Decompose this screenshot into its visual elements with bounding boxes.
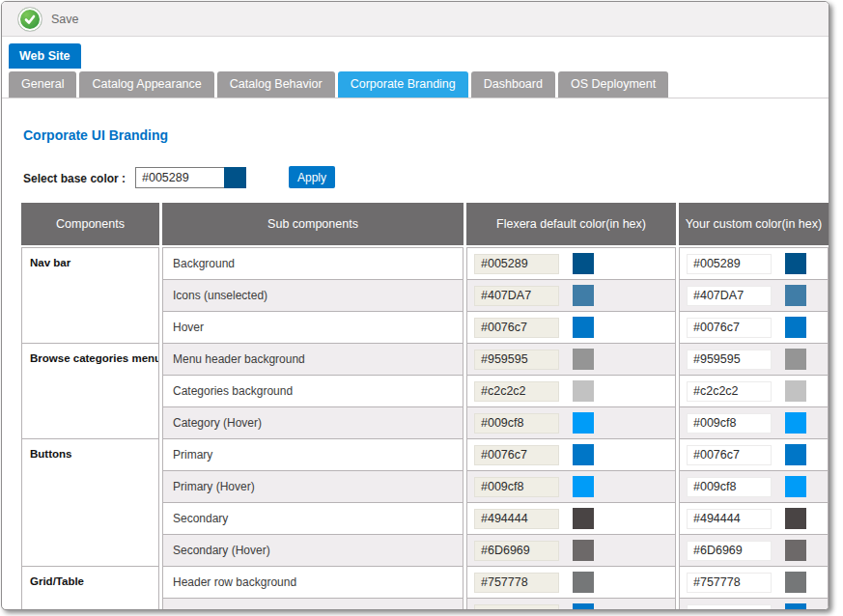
sub-component-label: Category (Hover) [163, 416, 262, 430]
custom-color-cell [679, 375, 829, 407]
save-label: Save [51, 13, 79, 26]
sub-component-cell: Secondary [162, 502, 464, 535]
default-color-cell [466, 406, 676, 439]
tab-strip: GeneralCatalog AppearanceCatalog Behavio… [2, 70, 829, 98]
default-color-swatch[interactable] [573, 572, 594, 593]
custom-color-swatch[interactable] [785, 285, 806, 306]
sub-component-cell: Hover [162, 311, 464, 344]
custom-color-swatch[interactable] [785, 444, 806, 465]
default-hex-input[interactable] [474, 350, 559, 370]
default-color-cell [466, 566, 676, 599]
default-hex-input[interactable] [474, 254, 559, 274]
custom-hex-input[interactable] [687, 350, 772, 370]
custom-color-swatch[interactable] [785, 572, 806, 593]
tab-web-site[interactable]: Web Site [9, 43, 81, 69]
default-hex-input[interactable] [474, 381, 559, 402]
default-color-cell [466, 502, 676, 535]
custom-color-cell [679, 534, 829, 567]
default-color-cell [466, 311, 676, 344]
component-cell: Grid/Table [21, 566, 159, 610]
branding-table: ComponentsNav barBrowse categories menuB… [21, 203, 829, 610]
custom-color-swatch[interactable] [785, 317, 806, 338]
default-color-cell [466, 470, 676, 503]
tab-general[interactable]: General [9, 71, 76, 98]
custom-hex-input[interactable] [687, 509, 772, 529]
custom-hex-input[interactable] [687, 604, 772, 611]
sub-component-label: Categories background [163, 384, 293, 398]
default-color-cell [466, 247, 676, 280]
page-title: Corporate UI Branding [23, 127, 168, 143]
default-color-swatch[interactable] [573, 412, 594, 434]
custom-color-swatch[interactable] [785, 476, 806, 497]
default-hex-input[interactable] [474, 509, 559, 529]
default-color-cell [466, 598, 676, 610]
toolbar: Save [2, 2, 829, 37]
default-hex-input[interactable] [474, 573, 559, 593]
default-color-swatch[interactable] [573, 540, 594, 561]
custom-color-cell [679, 279, 829, 312]
default-color-cell [466, 343, 676, 376]
tab-corporate-branding[interactable]: Corporate Branding [338, 71, 468, 98]
sub-component-label: Primary (Hover) [163, 480, 255, 493]
custom-hex-input[interactable] [687, 541, 772, 561]
custom-hex-input[interactable] [687, 318, 772, 338]
custom-color-swatch[interactable] [785, 603, 806, 610]
default-hex-input[interactable] [474, 604, 559, 611]
component-cell: Browse categories menu [21, 343, 159, 439]
custom-color-swatch[interactable] [785, 540, 806, 561]
custom-color-swatch[interactable] [785, 380, 806, 402]
sub-component-cell: Primary [162, 438, 464, 471]
default-color-swatch[interactable] [573, 349, 594, 370]
base-color-label: Select base color : [23, 172, 126, 185]
default-color-swatch[interactable] [573, 508, 594, 529]
default-color-swatch[interactable] [573, 317, 594, 338]
default-hex-input[interactable] [474, 541, 559, 561]
default-color-swatch[interactable] [573, 380, 594, 402]
base-color-swatch[interactable] [224, 167, 246, 188]
tab-os-deployment[interactable]: OS Deployment [558, 71, 668, 98]
sub-component-cell: Background [162, 247, 464, 280]
save-button[interactable]: Save [17, 7, 79, 32]
sub-component-label: Secondary [163, 512, 228, 525]
custom-hex-input[interactable] [687, 381, 772, 402]
apply-button[interactable]: Apply [289, 166, 335, 188]
tab-dashboard[interactable]: Dashboard [471, 71, 555, 98]
custom-color-cell [679, 566, 829, 599]
default-hex-input[interactable] [474, 477, 559, 497]
sub-component-label: Row alternate background [163, 607, 308, 610]
custom-color-swatch[interactable] [785, 253, 806, 274]
component-cell: Nav bar [21, 247, 159, 344]
default-hex-input[interactable] [474, 318, 559, 338]
column-header: Your custom color(in hex) [679, 203, 829, 245]
base-color-input[interactable] [135, 167, 225, 188]
custom-hex-input[interactable] [687, 413, 772, 434]
tab-catalog-behavior[interactable]: Catalog Behavior [217, 71, 335, 98]
save-check-icon [17, 7, 42, 32]
default-color-swatch[interactable] [573, 476, 594, 497]
default-color-swatch[interactable] [573, 253, 594, 274]
custom-color-swatch[interactable] [785, 412, 806, 434]
custom-hex-input[interactable] [687, 445, 772, 465]
settings-window: Save Web Site GeneralCatalog AppearanceC… [1, 1, 829, 610]
column-header: Flexera default color(in hex) [466, 203, 676, 245]
custom-hex-input[interactable] [687, 254, 772, 274]
tab-catalog-appearance[interactable]: Catalog Appearance [79, 71, 213, 98]
default-hex-input[interactable] [474, 286, 559, 306]
default-hex-input[interactable] [474, 413, 559, 434]
sub-component-cell: Categories background [162, 375, 464, 407]
custom-hex-input[interactable] [687, 477, 772, 497]
custom-color-cell [679, 343, 829, 376]
sub-component-label: Secondary (Hover) [163, 544, 270, 557]
default-color-swatch[interactable] [573, 285, 594, 306]
sub-component-label: Background [163, 257, 235, 270]
sub-component-label: Primary [163, 448, 212, 462]
default-color-swatch[interactable] [573, 444, 594, 465]
sub-component-label: Header row background [163, 575, 296, 589]
custom-color-cell [679, 406, 829, 439]
custom-color-swatch[interactable] [785, 508, 806, 529]
custom-hex-input[interactable] [687, 573, 772, 593]
custom-hex-input[interactable] [687, 286, 772, 306]
default-color-swatch[interactable] [573, 603, 594, 610]
default-hex-input[interactable] [474, 445, 559, 465]
custom-color-swatch[interactable] [785, 349, 806, 370]
